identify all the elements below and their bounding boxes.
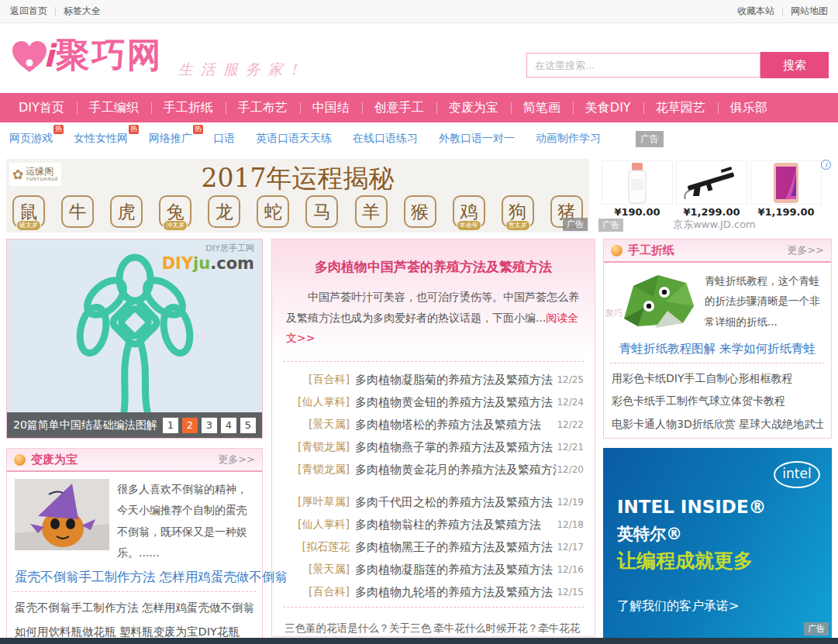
article-category[interactable]: [拟石莲花 [283,540,350,554]
recycle-link[interactable]: 蛋壳不倒翁手工制作方法 怎样用鸡蛋壳做不倒翁 [15,596,254,619]
zodiac-horse[interactable]: 马 [305,195,338,228]
fortune-banner-ad[interactable]: ✿ 运缘阁 YUNYUANGE 2017年运程揭秘 鼠破太岁 牛 虎 兔冲太岁 … [6,159,589,232]
zodiac-dragon[interactable]: 龙 [208,195,240,228]
subnav-link-online-speaking[interactable]: 在线口语练习 [353,132,418,146]
article-title[interactable]: 多肉植物凝脂莲的养殖方法及繁殖方法 [355,563,557,577]
article-row[interactable]: [百合科]多肉植物凝脂菊的养殖方法及繁殖方法12/25 [283,369,584,391]
article-category[interactable]: [仙人掌科] [283,395,350,409]
site-logo[interactable]: i 聚巧网 生活服务家! [11,36,304,80]
topbar-link-tags[interactable]: 标签大全 [64,5,101,18]
article-category[interactable]: [百合科] [283,373,350,387]
zodiac-ox[interactable]: 牛 [61,195,94,228]
jd-product-toy-gun[interactable]: ¥1,299.00 [676,160,747,218]
more-link[interactable]: 更多>> [787,243,824,257]
article-row[interactable]: [景天属]多肉植物塔松的养殖方法及繁殖方法12/22 [283,414,584,436]
article-title[interactable]: 多肉植物凝脂菊的养殖方法及繁殖方法 [355,373,557,387]
article-title[interactable]: 多肉植物黄金钮的养殖方法及繁殖方法 [355,395,557,410]
article-title[interactable]: 多肉植物黑王子的养殖方法及繁殖方法 [355,540,557,555]
origami-link[interactable]: 电影卡通人物3D折纸欣赏 星球大战绝地武士 [612,413,823,436]
zodiac-monkey[interactable]: 猴 [404,195,436,228]
subnav-link-english-daily[interactable]: 英语口语天天练 [256,132,332,146]
article-row[interactable]: [百合科]多肉植物九轮塔的养殖方法及繁殖方法12/15 [283,581,584,604]
nav-item-creative[interactable]: 创意手工 [362,93,436,122]
article-title[interactable]: 多肉千代田之松的养殖方法及繁殖方法 [355,495,557,510]
article-category[interactable]: [景天属] [283,563,350,577]
slider-page-1[interactable]: 1 [163,418,178,433]
subnav-link-promotion[interactable]: 网络推广热 [149,132,192,146]
subnav-link-webgame[interactable]: 网页游戏热 [9,132,53,146]
orange-ball-icon [611,245,622,257]
list-gap [283,481,584,491]
nav-item-food-diy[interactable]: 美食DIY [573,93,643,122]
article-title[interactable]: 多肉植物燕子掌的养殖方法及繁殖方法 [355,440,557,455]
slider-page-2-active[interactable]: 2 [182,418,198,433]
subnav-link-speaking[interactable]: 口语 [213,132,235,146]
nav-item-fabric[interactable]: 手工布艺 [226,93,300,122]
zodiac-rabbit[interactable]: 兔冲太岁 [159,195,191,228]
eggshell-tumbler-image[interactable] [15,479,109,550]
article-title[interactable]: 多肉植物九轮塔的养殖方法及繁殖方法 [355,585,557,600]
article-row[interactable]: [仙人掌科]多肉植物黄金钮的养殖方法及繁殖方法12/24 [283,391,584,414]
article-row[interactable]: [拟石莲花多肉植物黑王子的养殖方法及繁殖方法12/17 [283,536,584,559]
zodiac-tiger[interactable]: 虎 [110,195,143,228]
nav-item-origami[interactable]: 手工折纸 [151,93,226,122]
nav-item-garden[interactable]: 花草园艺 [643,93,718,122]
zodiac-rat[interactable]: 鼠破太岁 [12,195,45,228]
article-title[interactable]: 多肉植物翁柱的养殖方法及繁殖方法 [355,518,557,532]
nav-item-sketch[interactable]: 简笔画 [511,93,573,122]
section-feature: 很多人喜欢不倒翁的精神，今天小编推荐个自制的蛋壳不倒翁，既环保又是一种娱乐。..… [7,472,262,565]
zodiac-dog[interactable]: 狗害太岁 [502,195,534,228]
jd-product-phone[interactable]: ¥1,199.00 [750,160,822,218]
article-category[interactable]: [仙人掌科] [283,518,350,532]
article-category[interactable]: [青锁龙属] [283,440,350,454]
article-title[interactable]: 多肉植物黄金花月的养殖方法及繁殖方法 [355,463,557,477]
nav-item-recycle[interactable]: 变废为宝 [436,93,511,122]
topbar-link-sitemap[interactable]: 网站地图 [791,5,828,18]
article-row[interactable]: [景天属]多肉植物凝脂莲的养殖方法及繁殖方法12/16 [283,559,584,581]
origami-link[interactable]: 彩色卡纸手工制作气球立体贺卡教程 [612,390,823,412]
article-row[interactable]: [青锁龙属]多肉植物黄金花月的养殖方法及繁殖方法12/20 [283,459,584,481]
flower-link[interactable]: 三色堇的花语是什么？关于三色 [285,618,433,639]
recycle-feature-link[interactable]: 蛋壳不倒翁手工制作方法 怎样用鸡蛋壳做不倒翁 [7,565,262,591]
slider-page-3[interactable]: 3 [202,418,217,433]
search-input[interactable] [526,53,760,77]
topbar-link-favorite[interactable]: 收藏本站 [737,5,774,18]
nav-item-diy-home[interactable]: DIY首页 [6,93,77,122]
search-button[interactable]: 搜索 [760,52,829,78]
orange-ball-icon [14,454,26,466]
article-row[interactable]: [仙人掌科]多肉植物翁柱的养殖方法及繁殖方法12/18 [283,514,584,536]
featured-article-title[interactable]: 多肉植物中国芦荟的养殖方法及繁殖方法 [286,258,581,276]
article-date: 12/25 [557,374,584,385]
intel-banner-ad[interactable]: intel INTEL INSIDE® 英特尔® 让编程成就更多 了解我们的客户… [603,448,832,639]
zodiac-rooster[interactable]: 鸡本命年 [453,195,485,228]
origami-feature-link[interactable]: 青蛙折纸教程图解 来学如何折纸青蛙 [604,334,831,363]
zodiac-snake[interactable]: 蛇 [257,195,289,228]
subnav-label: 网页游戏 [9,132,53,144]
article-row[interactable]: [厚叶草属]多肉千代田之松的养殖方法及繁殖方法12/19 [283,491,584,514]
intel-cta[interactable]: 了解我们的客户承诺> [617,598,739,615]
info-icon[interactable]: i [821,160,831,170]
subnav-link-tutor[interactable]: 外教口语一对一 [439,132,515,146]
article-category[interactable]: [景天属] [283,418,350,432]
slider-page-4[interactable]: 4 [221,418,236,433]
jd-product-bottle[interactable]: ¥190.00 [602,160,673,218]
zodiac-goat[interactable]: 羊 [355,195,388,228]
article-title[interactable]: 多肉植物塔松的养殖方法及繁殖方法 [355,418,557,432]
flower-link[interactable]: 牵牛花什么时候开花？牵牛花花 [433,618,582,639]
more-link[interactable]: 更多>> [218,453,255,467]
article-category[interactable]: [青锁龙属] [283,463,350,477]
nav-item-chinese-knot[interactable]: 中国结 [300,93,362,122]
topbar-link-home[interactable]: 返回首页 [10,5,47,18]
nav-item-club[interactable]: 俱乐部 [718,93,780,122]
zodiac-badge: 本命年 [457,220,481,231]
origami-link[interactable]: 用彩色卡纸DIY手工自制心形相框教程 [612,367,823,390]
origami-frog-image[interactable] [618,270,697,332]
subnav-link-women[interactable]: 女性女性网热 [74,132,128,146]
article-category[interactable]: [厚叶草属] [283,495,350,509]
article-row[interactable]: [青锁龙属]多肉植物燕子掌的养殖方法及繁殖方法12/21 [283,436,584,459]
slider-page-5[interactable]: 5 [240,418,256,433]
knot-slider[interactable]: DIY居手工网 DIYju.com 20篇简单中国结基础编法图解 1 2 3 4… [6,239,263,439]
article-category[interactable]: [百合科] [283,585,350,599]
subnav-link-animation[interactable]: 动画制作学习 [536,132,601,146]
nav-item-knitting[interactable]: 手工编织 [77,93,151,122]
